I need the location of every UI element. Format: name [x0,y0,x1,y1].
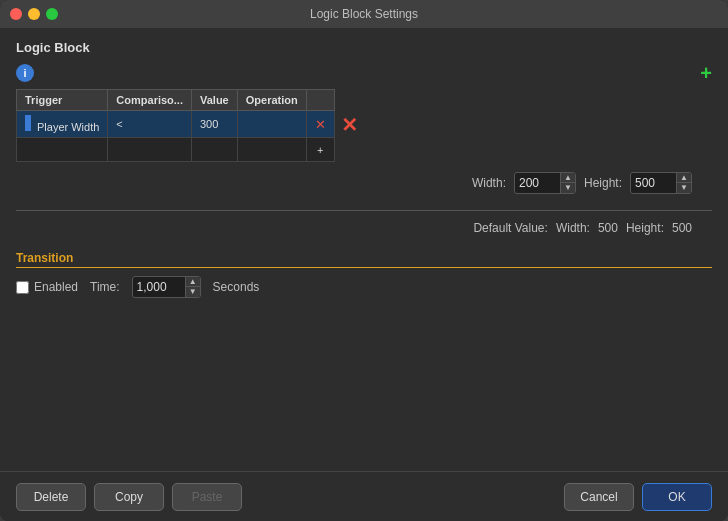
time-spin-buttons: ▲ ▼ [185,277,200,297]
width-input[interactable] [515,174,560,192]
info-icon[interactable]: i [16,64,34,82]
cell-operation [237,111,306,138]
delete-row-button[interactable]: ✕ [306,111,334,138]
transition-controls: Enabled Time: ▲ ▼ Seconds [16,276,712,298]
default-height-label: Height: [626,221,664,235]
enabled-checkbox-wrapper: Enabled [16,280,78,294]
col-value: Value [191,90,237,111]
empty-trigger [17,138,108,162]
height-spinner[interactable]: ▲ ▼ [630,172,692,194]
height-label: Height: [584,176,622,190]
empty-value [191,138,237,162]
col-trigger: Trigger [17,90,108,111]
window-title: Logic Block Settings [310,7,418,21]
delete-row-icon: ✕ [315,117,326,132]
seconds-label: Seconds [213,280,260,294]
col-comparison: Compariso... [108,90,192,111]
height-down-button[interactable]: ▼ [677,183,691,193]
transition-header: Transition [16,251,712,268]
width-label: Width: [472,176,506,190]
cell-comparison: < [108,111,192,138]
add-row-cell[interactable]: + [306,138,334,162]
delete-button[interactable]: Delete [16,483,86,511]
empty-comparison [108,138,192,162]
enabled-label: Enabled [34,280,78,294]
col-operation: Operation [237,90,306,111]
divider [16,210,712,211]
height-up-button[interactable]: ▲ [677,173,691,183]
height-spin-buttons: ▲ ▼ [676,173,691,193]
maximize-button[interactable] [46,8,58,20]
empty-operation [237,138,306,162]
ok-button[interactable]: OK [642,483,712,511]
default-value-row: Default Value: Width: 500 Height: 500 [16,221,712,235]
logic-block-area: i + Trigger Compariso... Value Operation [16,63,712,194]
time-label: Time: [90,280,120,294]
cell-trigger: Player Width [17,111,108,138]
height-input[interactable] [631,174,676,192]
width-spinner[interactable]: ▲ ▼ [514,172,576,194]
bottom-right: Cancel OK [564,483,712,511]
default-label: Default Value: [473,221,548,235]
cell-value: 300 [191,111,237,138]
close-button[interactable] [10,8,22,20]
add-rule-button[interactable]: + [700,63,712,83]
default-height-value: 500 [672,221,692,235]
logic-block-header: i + [16,63,712,83]
copy-button[interactable]: Copy [94,483,164,511]
bottom-bar: Delete Copy Paste Cancel OK [0,471,728,521]
bottom-left: Delete Copy Paste [16,483,242,511]
time-down-button[interactable]: ▼ [186,287,200,297]
titlebar: Logic Block Settings [0,0,728,28]
time-up-button[interactable]: ▲ [186,277,200,287]
width-spin-buttons: ▲ ▼ [560,173,575,193]
time-spinner[interactable]: ▲ ▼ [132,276,201,298]
width-up-button[interactable]: ▲ [561,173,575,183]
width-down-button[interactable]: ▼ [561,183,575,193]
window: Logic Block Settings Logic Block i + Tri… [0,0,728,521]
remove-logic-button[interactable]: ✕ [341,113,358,137]
col-actions [306,90,334,111]
window-controls [10,8,58,20]
main-content: Logic Block i + Trigger Compariso... Val… [0,28,728,471]
paste-button[interactable]: Paste [172,483,242,511]
row-marker [25,115,31,131]
section-label: Logic Block [16,40,712,55]
logic-table: Trigger Compariso... Value Operation Pla… [16,89,335,162]
default-width-label: Width: [556,221,590,235]
cancel-button[interactable]: Cancel [564,483,634,511]
table-empty-row: + [17,138,335,162]
default-width-value: 500 [598,221,618,235]
table-container: Trigger Compariso... Value Operation Pla… [16,89,712,162]
table-side-controls: ✕ [341,113,358,137]
dimension-controls: Width: ▲ ▼ Height: ▲ ▼ [16,172,712,194]
transition-section: Transition Enabled Time: ▲ ▼ Seconds [16,251,712,298]
minimize-button[interactable] [28,8,40,20]
table-row[interactable]: Player Width < 300 ✕ [17,111,335,138]
enabled-checkbox[interactable] [16,281,29,294]
time-input[interactable] [133,278,185,296]
